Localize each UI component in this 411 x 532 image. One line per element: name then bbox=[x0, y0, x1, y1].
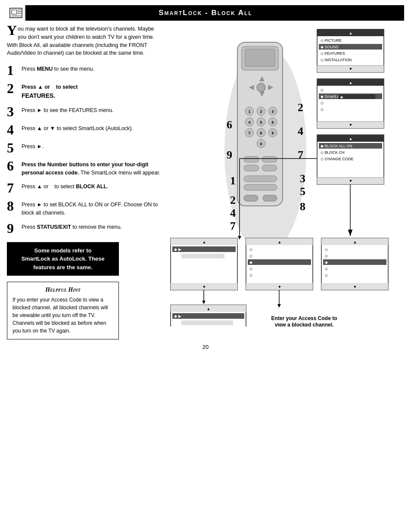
screen-step-menu-b: ▲ ◇ ◇ ◆ ◇ ◇ ▼ bbox=[246, 238, 313, 290]
badge-7b: 7 bbox=[230, 220, 236, 232]
step-7-text: Press ▲ or to select BLOCK ALL. bbox=[22, 181, 109, 191]
svg-rect-59 bbox=[319, 87, 382, 93]
svg-text:◇ INSTALLATION: ◇ INSTALLATION bbox=[321, 58, 352, 62]
svg-marker-145 bbox=[277, 304, 281, 308]
svg-text:2: 2 bbox=[260, 109, 262, 114]
svg-rect-93 bbox=[172, 272, 236, 278]
svg-text:▼: ▼ bbox=[353, 285, 357, 289]
svg-rect-109 bbox=[248, 272, 311, 278]
svg-text:1: 1 bbox=[248, 109, 250, 114]
svg-text:◆: ◆ bbox=[325, 260, 328, 264]
step-3: 3 Press ► to see the FEATURES menu. bbox=[7, 105, 162, 118]
intro-body: ou may want to block all the television'… bbox=[7, 26, 154, 56]
step-2-num: 2 bbox=[7, 81, 22, 95]
screen-features-menu: ▲ ◇ ◆ SmartLock ▶ ◇ ◇ ▼ bbox=[317, 79, 384, 128]
svg-text:6: 6 bbox=[271, 120, 274, 124]
svg-text:◇: ◇ bbox=[249, 267, 252, 271]
hint-box: Helpful Hint If you enter your Access Co… bbox=[7, 282, 119, 339]
svg-text:7: 7 bbox=[248, 131, 250, 135]
svg-rect-42 bbox=[263, 195, 277, 201]
svg-rect-122 bbox=[323, 266, 386, 271]
svg-rect-116 bbox=[323, 246, 386, 252]
page-number: 20 bbox=[0, 344, 411, 355]
svg-rect-37 bbox=[244, 165, 259, 171]
svg-rect-87 bbox=[172, 246, 236, 252]
step-8-num: 8 bbox=[7, 199, 22, 213]
svg-text:view a blocked channel.: view a blocked channel. bbox=[275, 322, 334, 327]
svg-rect-124 bbox=[323, 272, 386, 278]
page-header: SmartLock - Block All bbox=[7, 5, 404, 21]
badge-9: 9 bbox=[227, 149, 232, 161]
svg-text:◆ ▶: ◆ ▶ bbox=[174, 314, 181, 318]
svg-rect-120 bbox=[323, 259, 386, 265]
step-9: 9 Press STATUS/EXIT to remove the menu. bbox=[7, 221, 162, 235]
svg-text:▲: ▲ bbox=[349, 137, 353, 141]
screen-step-menu-a: ▲ ◆ ▶ ▼ bbox=[171, 238, 237, 290]
svg-text:▼: ▼ bbox=[349, 123, 353, 127]
svg-text:◇: ◇ bbox=[321, 107, 324, 112]
step-1-text: Press MENU to see the menu. bbox=[22, 63, 94, 73]
svg-text:◆: ◆ bbox=[249, 260, 252, 264]
svg-rect-1 bbox=[12, 10, 17, 14]
svg-text:▼: ▼ bbox=[349, 179, 353, 183]
step-4-num: 4 bbox=[7, 123, 22, 137]
svg-rect-105 bbox=[248, 259, 311, 265]
svg-rect-134 bbox=[181, 320, 233, 325]
step-8-text: Press ► to set BLOCK ALL to ON or OFF. C… bbox=[22, 199, 162, 217]
svg-rect-90 bbox=[181, 254, 224, 258]
badge-4: 4 bbox=[298, 125, 303, 137]
svg-text:◇: ◇ bbox=[325, 273, 328, 277]
illustration-svg: 1 2 3 4 5 6 7 8 9 0 bbox=[166, 25, 399, 327]
step-6-num: 6 bbox=[7, 159, 22, 173]
drop-cap: Y bbox=[7, 25, 17, 36]
step-8: 8 Press ► to set BLOCK ALL to ON or OFF.… bbox=[7, 199, 162, 217]
badge-8: 8 bbox=[300, 200, 305, 213]
svg-rect-40 bbox=[244, 184, 277, 190]
svg-text:◇: ◇ bbox=[325, 267, 328, 271]
svg-rect-38 bbox=[262, 165, 277, 171]
step-5-text: Press ►. bbox=[22, 141, 44, 151]
intro-text: Y ou may want to block all the televisio… bbox=[7, 25, 162, 57]
note-box: Some models refer to SmartLock as AutoLo… bbox=[7, 242, 119, 276]
svg-text:◇: ◇ bbox=[321, 101, 324, 105]
svg-rect-65 bbox=[319, 100, 382, 106]
svg-text:▼: ▼ bbox=[349, 67, 353, 71]
svg-rect-118 bbox=[323, 253, 386, 258]
svg-text:▲: ▲ bbox=[353, 240, 357, 244]
page-title: SmartLock - Block All bbox=[159, 9, 252, 17]
svg-text:▲: ▲ bbox=[278, 240, 282, 244]
svg-text:◇: ◇ bbox=[249, 273, 252, 277]
step-2-text: Press ▲ or to selectFEATURES. bbox=[22, 81, 78, 100]
svg-text:▲: ▲ bbox=[202, 240, 206, 244]
svg-text:◆ BLOCK ALL  ON: ◆ BLOCK ALL ON bbox=[321, 144, 352, 148]
svg-text:◇: ◇ bbox=[325, 247, 328, 252]
step-9-num: 9 bbox=[7, 221, 22, 235]
step-4: 4 Press ▲ or ▼ to select SmartLock (Auto… bbox=[7, 123, 162, 137]
svg-rect-39 bbox=[244, 176, 277, 182]
svg-rect-67 bbox=[319, 106, 382, 112]
svg-text:5: 5 bbox=[260, 120, 262, 124]
steps-list: 1 Press MENU to see the menu. 2 Press ▲ … bbox=[7, 63, 162, 235]
hint-title: Helpful Hint bbox=[12, 286, 113, 293]
svg-text:◇ CHANGE CODE: ◇ CHANGE CODE bbox=[321, 157, 354, 161]
svg-marker-97 bbox=[202, 301, 206, 304]
screen-main-menu: ▲ ◇ PICTURE ◆ SOUND ◇ FEATURES ◇ INSTALL… bbox=[317, 29, 384, 72]
svg-rect-92 bbox=[172, 266, 236, 271]
step-6: 6 Press the Number buttons to enter your… bbox=[7, 159, 162, 177]
svg-rect-35 bbox=[244, 156, 259, 162]
badge-2b: 2 bbox=[230, 194, 236, 206]
svg-text:◆ SOUND: ◆ SOUND bbox=[321, 45, 339, 49]
svg-text:◇ BLOCK CH: ◇ BLOCK CH bbox=[321, 150, 345, 155]
svg-marker-148 bbox=[238, 236, 241, 240]
svg-text:◇: ◇ bbox=[325, 254, 328, 258]
step-1: 1 Press MENU to see the menu. bbox=[7, 63, 162, 77]
svg-text:◇ PICTURE: ◇ PICTURE bbox=[321, 38, 342, 43]
svg-text:◆ ▶: ◆ ▶ bbox=[174, 247, 181, 252]
step-3-num: 3 bbox=[7, 105, 22, 118]
svg-rect-9 bbox=[245, 49, 275, 66]
svg-rect-80 bbox=[319, 162, 382, 168]
svg-rect-103 bbox=[248, 253, 311, 258]
svg-text:9: 9 bbox=[271, 131, 274, 135]
svg-text:◇: ◇ bbox=[249, 254, 252, 258]
svg-text:◇: ◇ bbox=[321, 88, 324, 92]
